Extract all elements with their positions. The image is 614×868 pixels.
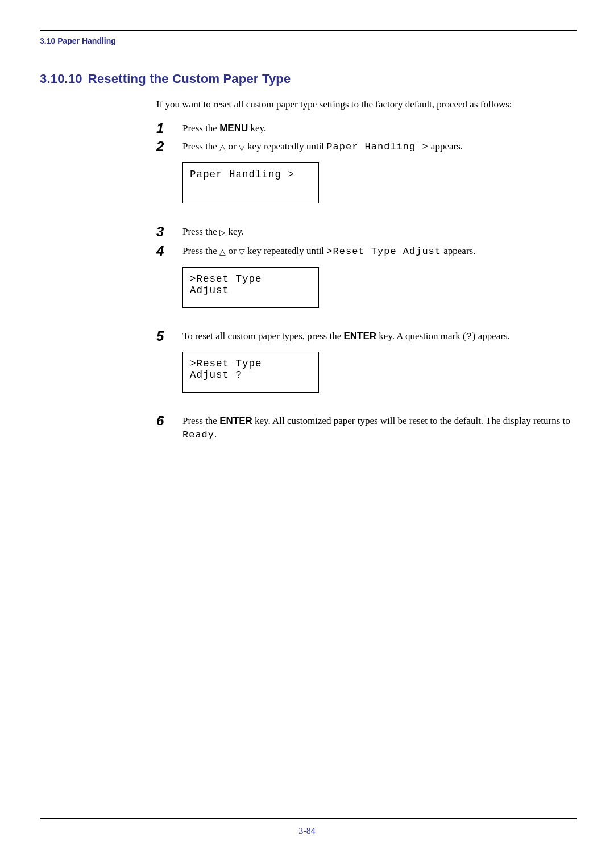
up-triangle-icon <box>219 140 226 155</box>
text: or <box>226 141 239 152</box>
section-number: 3.10.10 <box>40 72 82 86</box>
running-header: 3.10 Paper Handling <box>40 36 116 45</box>
step-number: 2 <box>156 140 182 153</box>
step-4: 4 Press the or key repeatedly until >Res… <box>156 244 574 325</box>
section-heading: 3.10.10Resetting the Custom Paper Type <box>40 72 574 86</box>
text: appears. <box>441 245 475 256</box>
step-2: 2 Press the or key repeatedly until Pape… <box>156 140 574 220</box>
lcd-box: Paper Handling > <box>182 162 319 203</box>
step-1: 1 Press the MENU key. <box>156 122 574 135</box>
text: key. <box>226 226 244 237</box>
step-number: 3 <box>156 225 182 239</box>
lcd-text: Paper Handling > <box>190 169 294 180</box>
step-text: Press the key. <box>182 225 574 240</box>
top-rule <box>40 30 577 31</box>
right-triangle-icon <box>219 226 226 240</box>
step-3: 3 Press the key. <box>156 225 574 240</box>
step-number: 5 <box>156 329 182 343</box>
page-number: 3-84 <box>0 826 614 836</box>
text: ) appears. <box>472 331 510 341</box>
text: key. <box>248 123 266 133</box>
mono-text: >Reset Type Adjust <box>326 246 441 257</box>
mono-text: ? <box>466 331 472 342</box>
lcd-text: >Reset Type Adjust ? <box>190 358 262 381</box>
step-5: 5 To reset all custom paper types, press… <box>156 329 574 410</box>
down-triangle-icon <box>239 245 245 259</box>
content-body: If you want to reset all custom paper ty… <box>156 98 574 442</box>
manual-page: 3.10 Paper Handling 3.10.10Resetting the… <box>0 0 614 868</box>
text: appears. <box>429 141 463 152</box>
bottom-rule <box>40 818 577 819</box>
lcd-text: >Reset Type Adjust <box>190 273 262 296</box>
step-number: 1 <box>156 122 182 135</box>
key-name: MENU <box>219 123 248 133</box>
text: Press the <box>182 123 219 133</box>
text: Press the <box>182 141 219 152</box>
step-number: 4 <box>156 244 182 258</box>
step-text: Press the MENU key. <box>182 122 574 135</box>
step-number: 6 <box>156 414 182 428</box>
step-6: 6 Press the ENTER key. All customized pa… <box>156 414 574 442</box>
step-text: To reset all custom paper types, press t… <box>182 329 574 410</box>
key-name: ENTER <box>219 415 252 426</box>
lcd-display: >Reset Type Adjust <box>182 267 574 308</box>
mono-text: Ready <box>182 429 214 440</box>
text: Press the <box>182 415 219 426</box>
lcd-box: >Reset Type Adjust ? <box>182 352 319 393</box>
step-text: Press the or key repeatedly until >Reset… <box>182 244 574 325</box>
text: key. A question mark ( <box>376 331 466 341</box>
intro-paragraph: If you want to reset all custom paper ty… <box>156 98 574 111</box>
mono-text: Paper Handling > <box>326 141 428 152</box>
text: Press the <box>182 226 219 237</box>
down-triangle-icon <box>239 140 245 155</box>
text: To reset all custom paper types, press t… <box>182 331 343 341</box>
lcd-display: >Reset Type Adjust ? <box>182 352 574 393</box>
text: key. All customized paper types will be … <box>252 415 570 426</box>
lcd-box: >Reset Type Adjust <box>182 267 319 308</box>
text: or <box>226 245 239 256</box>
text: . <box>214 429 217 440</box>
text: key repeatedly until <box>245 141 327 152</box>
text: key repeatedly until <box>245 245 327 256</box>
up-triangle-icon <box>219 245 226 259</box>
step-text: Press the ENTER key. All customized pape… <box>182 414 574 442</box>
text: Press the <box>182 245 219 256</box>
step-text: Press the or key repeatedly until Paper … <box>182 140 574 220</box>
lcd-display: Paper Handling > <box>182 162 574 203</box>
section-title: Resetting the Custom Paper Type <box>88 72 291 86</box>
key-name: ENTER <box>343 331 376 341</box>
